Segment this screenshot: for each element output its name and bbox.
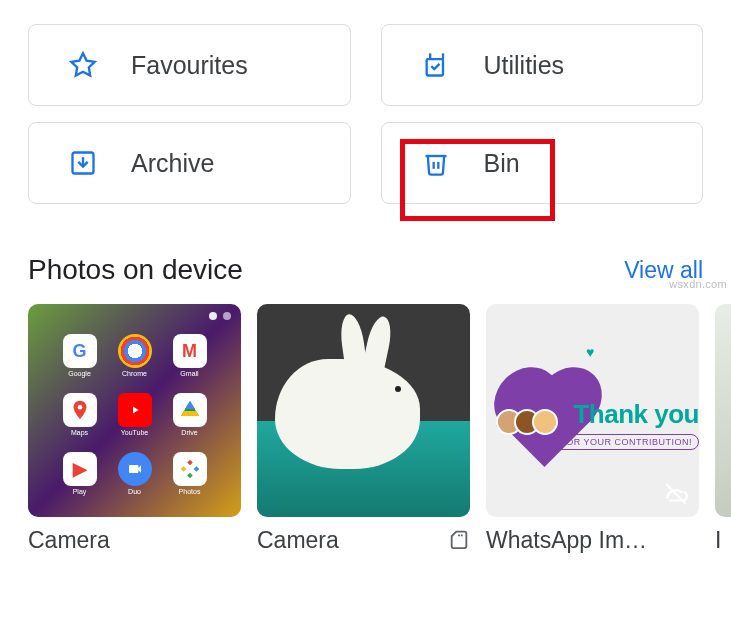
bin-label: Bin [484,149,520,178]
utilities-icon [422,51,450,79]
trash-icon [422,149,450,177]
svg-marker-0 [71,53,94,75]
favourites-card[interactable]: Favourites [28,24,351,106]
section-title: Photos on device [28,254,243,286]
bin-card[interactable]: Bin [381,122,704,204]
album-item[interactable]: Camera [257,304,470,554]
album-thumbnail: K [715,304,731,517]
album-name: Camera [257,527,440,554]
album-name: I [715,527,731,554]
star-icon [69,51,97,79]
archive-icon [69,149,97,177]
archive-label: Archive [131,149,214,178]
svg-point-6 [77,405,82,410]
album-item[interactable]: K I [715,304,731,554]
cloud-off-icon [663,481,689,507]
album-thumbnail: ♥ Thank you FOR YOUR CONTRIBUTION! [486,304,699,517]
album-item[interactable]: ♥ Thank you FOR YOUR CONTRIBUTION! Whats… [486,304,699,554]
album-item[interactable]: GGoogle Chrome MGmail Maps YouTube Drive… [28,304,241,554]
albums-row: GGoogle Chrome MGmail Maps YouTube Drive… [0,304,731,554]
watermark: wsxdn.com [669,278,727,290]
sd-card-icon [448,528,470,554]
album-name: WhatsApp Im… [486,527,699,554]
favourites-label: Favourites [131,51,248,80]
utilities-card[interactable]: Utilities [381,24,704,106]
utilities-label: Utilities [484,51,565,80]
thanks-text: Thank you [573,399,699,430]
thanks-subtext: FOR YOUR CONTRIBUTION! [553,434,699,450]
album-thumbnail [257,304,470,517]
album-name: Camera [28,527,241,554]
archive-card[interactable]: Archive [28,122,351,204]
album-thumbnail: GGoogle Chrome MGmail Maps YouTube Drive… [28,304,241,517]
